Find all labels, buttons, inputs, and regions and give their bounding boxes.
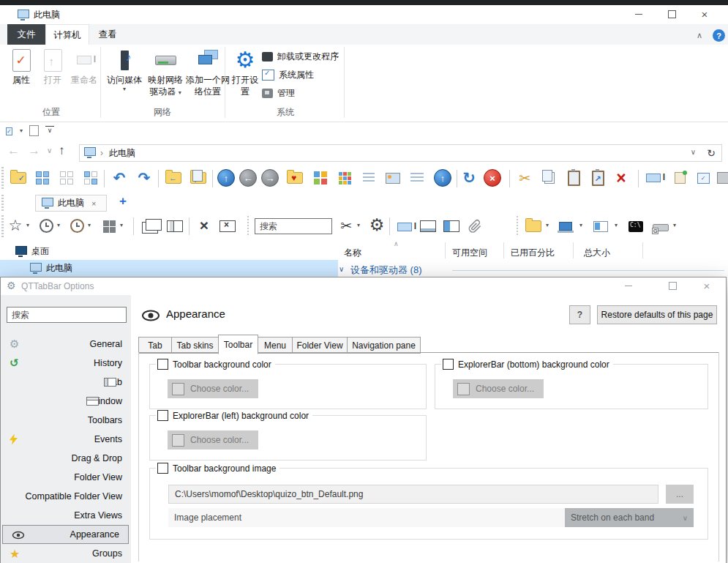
new-tab-button[interactable]: + — [119, 194, 127, 209]
toolbar-gripper[interactable] — [517, 216, 518, 236]
tree-item-this-pc[interactable]: 此电脑 — [0, 260, 338, 277]
choose-color-button[interactable]: Choose color... — [168, 430, 258, 450]
sidebar-item-window[interactable]: Window — [1, 392, 131, 411]
dialog-tab-tab-skins[interactable]: Tab skins — [171, 337, 219, 354]
ribbon-uninstall-button[interactable]: 卸载或更改程序 — [262, 51, 339, 63]
ribbon-collapse-button[interactable]: ∧ — [697, 31, 702, 40]
command-prompt-icon[interactable] — [626, 217, 645, 236]
favorites-folder-icon[interactable]: ♥ — [285, 168, 304, 187]
printer-remove-icon[interactable] — [716, 168, 728, 187]
chevron-down-icon[interactable]: ▾ — [20, 127, 23, 134]
qat-customize-icon[interactable]: ∨ — [45, 126, 54, 135]
paste-icon[interactable] — [564, 168, 583, 187]
recent-files-clock-icon[interactable] — [67, 216, 86, 235]
ribbon-open-button[interactable]: ↑ 打开 — [38, 46, 67, 86]
minimize-button[interactable] — [618, 278, 639, 293]
star-menu-icon[interactable]: ☆ — [6, 216, 25, 235]
restore-defaults-button[interactable]: Restore defaults of this page — [597, 305, 717, 324]
control-panel-menu-icon[interactable] — [591, 217, 610, 236]
ribbon-rename-button[interactable]: 重命名 — [67, 46, 101, 86]
ribbon-properties-button[interactable]: ✓ 属性 — [6, 46, 37, 86]
dialog-tab-toolbar[interactable]: Toolbar — [218, 335, 258, 354]
ribbon-manage-button[interactable]: 管理 — [262, 87, 295, 100]
rename-icon[interactable] — [644, 168, 663, 187]
large-icons-view-icon[interactable] — [335, 168, 354, 187]
sidebar-item-tab[interactable]: Tab — [1, 373, 131, 392]
properties-list-icon[interactable]: ✓ — [694, 168, 713, 187]
column-header-total-size[interactable]: 总大小 — [584, 247, 610, 259]
sidebar-item-events[interactable]: Events — [1, 430, 131, 449]
close-tab-icon[interactable]: × — [91, 199, 96, 208]
address-bar[interactable]: › 此电脑 ∨ — [79, 144, 702, 162]
choose-color-button[interactable]: Choose color... — [168, 379, 258, 398]
column-separator[interactable] — [445, 242, 446, 258]
toolbar-gripper[interactable] — [1, 215, 4, 237]
sidebar-item-folder-view[interactable]: Folder View — [1, 468, 131, 487]
options-gear-icon[interactable]: ⚙ — [367, 215, 386, 234]
tab-view[interactable]: 查看 — [89, 24, 126, 45]
ribbon-map-drive-button[interactable]: 映射网络驱动器 ▾ — [145, 46, 186, 99]
drive-g-menu-icon[interactable] — [651, 218, 670, 237]
redo-icon[interactable]: ↷ — [135, 168, 154, 187]
close-button[interactable]: × — [694, 7, 716, 21]
ribbon-access-media-button[interactable]: ♪ 访问媒体 ▾ — [104, 46, 145, 92]
up-level-icon[interactable]: ↑ — [217, 168, 236, 187]
windows-logo-icon[interactable] — [100, 217, 119, 236]
explorerbar-bottom-bg-color-checkbox[interactable] — [443, 359, 454, 370]
column-separator[interactable] — [503, 242, 504, 258]
paperclip-icon[interactable] — [465, 216, 484, 235]
delete-icon[interactable]: × — [612, 168, 631, 187]
cut-scissors-icon[interactable]: ✂ — [337, 216, 356, 235]
stop-icon[interactable]: × — [483, 168, 502, 187]
toolbar-gripper[interactable] — [1, 167, 4, 190]
rename-small-icon[interactable] — [395, 217, 414, 236]
sidebar-item-compatible-folder-view[interactable]: Compatible Folder View — [1, 487, 131, 506]
view-grid-mixed-icon[interactable] — [81, 168, 100, 187]
qat-new-item-icon[interactable] — [29, 125, 39, 136]
thumbnails-view-icon[interactable] — [311, 168, 330, 187]
clone-window-icon[interactable] — [140, 218, 160, 237]
forward-icon[interactable]: → — [28, 143, 40, 158]
maximize-button[interactable] — [661, 7, 683, 21]
qat-properties-icon[interactable]: ✓ — [6, 127, 12, 135]
choose-color-button[interactable]: Choose color... — [453, 379, 544, 398]
copy-icon[interactable] — [540, 168, 559, 187]
close-button[interactable]: × — [696, 278, 718, 293]
chevron-down-icon[interactable]: ▾ — [26, 222, 29, 228]
tab-computer[interactable]: 计算机 — [45, 24, 89, 45]
undo-icon[interactable]: ↶ — [110, 168, 129, 187]
up-circle-icon[interactable]: ↑ — [433, 168, 452, 187]
column-separator[interactable] — [573, 242, 574, 258]
breadcrumb[interactable]: 此电脑 — [109, 147, 135, 160]
toolbar-bg-image-checkbox[interactable] — [157, 463, 168, 474]
chevron-down-icon[interactable]: ▾ — [120, 222, 123, 228]
up-icon[interactable]: ↑ — [59, 143, 65, 158]
view-grid-gray-icon[interactable] — [57, 168, 76, 187]
copy-to-folder-icon[interactable] — [189, 168, 208, 187]
dialog-tab-menu[interactable]: Menu — [258, 337, 293, 354]
chevron-down-icon[interactable]: ▾ — [546, 222, 549, 228]
forward-circle-icon[interactable]: → — [260, 168, 279, 187]
chevron-down-icon[interactable]: ▾ — [357, 222, 360, 228]
list-view-icon[interactable] — [359, 168, 378, 187]
move-to-folder-icon[interactable]: ← — [164, 168, 183, 187]
back-icon[interactable]: ← — [7, 143, 20, 158]
search-input[interactable] — [255, 218, 332, 234]
tile-windows-icon[interactable] — [165, 217, 184, 236]
chevron-down-icon[interactable]: ▾ — [673, 222, 676, 228]
image-path-field[interactable] — [168, 485, 658, 504]
chevron-down-icon[interactable]: ▾ — [615, 222, 618, 228]
column-header-percent-used[interactable]: 已用百分比 — [511, 247, 555, 259]
toolbar-gripper[interactable] — [1, 195, 4, 211]
dialog-tab-navigation-pane[interactable]: Navigation pane — [347, 337, 421, 354]
chevron-down-icon[interactable]: ▾ — [88, 222, 91, 228]
column-header-free-space[interactable]: 可用空间 — [452, 247, 487, 259]
ribbon-add-network-location-button[interactable]: 添加一个网络位置 — [186, 46, 230, 97]
refresh-button[interactable]: ↻ — [701, 144, 722, 162]
column-separator[interactable] — [642, 242, 643, 258]
sidebar-item-appearance[interactable]: Appearance — [2, 525, 129, 544]
back-circle-icon[interactable]: ← — [239, 168, 258, 187]
sidebar-item-general[interactable]: ⚙ General — [1, 335, 131, 354]
options-search-input[interactable] — [7, 307, 127, 323]
sidebar-item-toolbars[interactable]: Toolbars — [1, 411, 131, 430]
